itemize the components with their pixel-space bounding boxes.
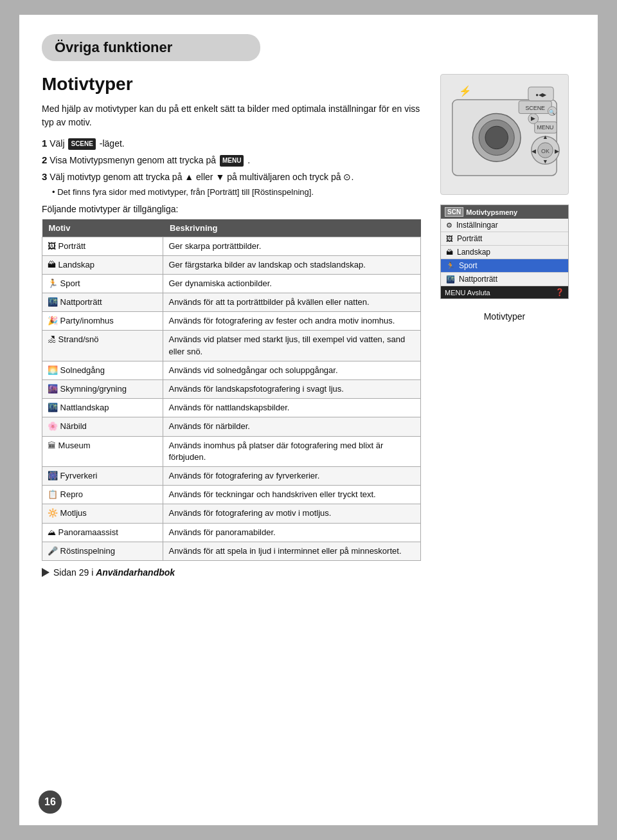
- table-besk-cell: Används för fotografering av fester och …: [163, 312, 421, 331]
- camera-diagram: SCENE ●◀▶ ⚡ MENU OK ▲ ▼ ◀: [440, 74, 569, 195]
- svg-text:●◀▶: ●◀▶: [535, 92, 547, 98]
- table-besk-cell: Ger färgstarka bilder av landskap och st…: [163, 255, 421, 274]
- table-motiv-cell: ⛰ Panoramaassist: [42, 523, 163, 542]
- table-row: 📋 ReproAnvänds för teckningar och handsk…: [42, 486, 421, 504]
- table-besk-cell: Används för fotografering av fyrverkerie…: [163, 466, 421, 485]
- col-besk-header: Beskrivning: [163, 219, 421, 237]
- table-row: 🌸 NärbildAnvänds för närbilder.: [42, 417, 421, 436]
- table-motiv-cell: 📋 Repro: [42, 486, 163, 504]
- table-row: 🌃 NattporträttAnvänds för att ta porträt…: [42, 293, 421, 312]
- menu-item-landscape[interactable]: 🏔 Landskap: [441, 246, 568, 259]
- help-icon: ❓: [555, 288, 564, 297]
- table-motiv-cell: 🌆 Skymning/gryning: [42, 380, 163, 399]
- table-motiv-cell: 🎆 Fyrverkeri: [42, 466, 163, 485]
- menu-item-label-natt: Nattporträtt: [459, 275, 497, 284]
- menu-caption: Motivtyper: [484, 311, 526, 322]
- svg-text:▲: ▲: [542, 134, 548, 140]
- scn-badge: SCN: [445, 207, 463, 217]
- menu-footer: MENU Avsluta ❓: [441, 286, 568, 298]
- table-besk-cell: Ger skarpa porträttbilder.: [163, 237, 421, 255]
- arrow-icon: [42, 568, 49, 577]
- table-besk-cell: Används inomhus på platser där fotografe…: [163, 436, 421, 466]
- table-besk-cell: Används för att ta porträttbilder på kvä…: [163, 293, 421, 312]
- table-row: 🌆 Skymning/gryningAnvänds för landskapsf…: [42, 380, 421, 399]
- table-row: 🌅 SolnedgångAnvänds vid solnedgångar och…: [42, 361, 421, 379]
- footer-ref: Sidan 29 i Användarhandbok: [42, 567, 421, 578]
- menu-item-nattportrait[interactable]: 🌃 Nattporträtt: [441, 273, 568, 286]
- motiv-table: Motiv Beskrivning 🖼 PorträttGer skarpa p…: [42, 219, 421, 561]
- page-header: Övriga funktioner: [42, 34, 260, 61]
- step-2: 2 Visa Motivtypsmenyn genom att trycka p…: [42, 152, 421, 168]
- section-title: Motivtyper: [42, 74, 421, 95]
- table-besk-cell: Används för att spela in ljud i intermin…: [163, 542, 421, 560]
- table-motiv-cell: 🎉 Party/inomhus: [42, 312, 163, 331]
- menu-item-label-sport: Sport: [459, 261, 478, 270]
- table-motiv-cell: 🖼 Porträtt: [42, 237, 163, 255]
- bullet-item: • Det finns fyra sidor med motivtyper, f…: [52, 186, 421, 199]
- table-row: 🏛 MuseumAnvänds inomhus på platser där f…: [42, 436, 421, 466]
- table-row: 🎆 FyrverkeriAnvänds för fotografering av…: [42, 466, 421, 485]
- nattportrait-icon: 🌃: [446, 275, 455, 284]
- menu-mockup: SCN Motivtypsmeny ⚙ Inställningar 🖼 Port…: [440, 205, 569, 299]
- table-row: ⛰ PanoramaassistAnvänds för panoramabild…: [42, 523, 421, 542]
- table-motiv-cell: 🌃 Nattlandskap: [42, 399, 163, 417]
- right-col: SCENE ●◀▶ ⚡ MENU OK ▲ ▼ ◀: [434, 74, 575, 578]
- table-besk-cell: Används för panoramabilder.: [163, 523, 421, 542]
- portrait-icon: 🖼: [446, 235, 453, 242]
- svg-point-3: [485, 126, 508, 149]
- table-besk-cell: Används för närbilder.: [163, 417, 421, 436]
- menu-icon-step: MENU: [220, 155, 244, 167]
- sport-icon: 🏃: [446, 262, 455, 270]
- table-besk-cell: Används för fotografering av motiv i mot…: [163, 504, 421, 523]
- svg-text:▶: ▶: [555, 148, 559, 154]
- content-area: Motivtyper Med hjälp av motivtyper kan d…: [42, 74, 575, 578]
- menu-footer-label: MENU Avsluta: [445, 289, 490, 297]
- table-motiv-cell: 🏛 Museum: [42, 436, 163, 466]
- step-list: 1 Välj SCENE -läget. 2 Visa Motivtypsmen…: [42, 136, 421, 199]
- svg-text:OK: OK: [541, 148, 550, 154]
- menu-item-label-settings: Inställningar: [456, 221, 498, 230]
- table-motiv-cell: 🏖 Strand/snö: [42, 331, 163, 361]
- intro-text: Med hjälp av motivtyper kan du på ett en…: [42, 102, 421, 129]
- table-row: 🏔 LandskapGer färgstarka bilder av lands…: [42, 255, 421, 274]
- page-number: 16: [39, 790, 62, 814]
- menu-item-settings[interactable]: ⚙ Inställningar: [441, 219, 568, 232]
- table-row: 🎤 RöstinspelningAnvänds för att spela in…: [42, 542, 421, 560]
- svg-text:⚡: ⚡: [459, 85, 472, 97]
- svg-text:◀: ◀: [532, 148, 536, 154]
- left-col: Motivtyper Med hjälp av motivtyper kan d…: [42, 74, 421, 578]
- step-3: 3 Välj motivtyp genom att trycka på ▲ el…: [42, 169, 421, 185]
- settings-icon: ⚙: [446, 221, 452, 230]
- menu-item-sport[interactable]: 🏃 Sport: [441, 259, 568, 273]
- table-row: 🏃 SportGer dynamiska actionbilder.: [42, 274, 421, 293]
- step-1: 1 Välj SCENE -läget.: [42, 136, 421, 151]
- page-title: Övriga funktioner: [55, 39, 247, 56]
- menu-item-label-portrait: Porträtt: [457, 234, 482, 243]
- table-motiv-cell: 🌸 Närbild: [42, 417, 163, 436]
- table-motiv-cell: 🔆 Motljus: [42, 504, 163, 523]
- table-besk-cell: Används för teckningar och handskriven e…: [163, 486, 421, 504]
- scene-icon: SCENE: [68, 138, 95, 150]
- table-besk-cell: Ger dynamiska actionbilder.: [163, 274, 421, 293]
- table-besk-cell: Används för landskapsfotografering i sva…: [163, 380, 421, 399]
- table-motiv-cell: 🌃 Nattporträtt: [42, 293, 163, 312]
- table-row: 🌃 NattlandskapAnvänds för nattlandskapsb…: [42, 399, 421, 417]
- table-motiv-cell: 🏔 Landskap: [42, 255, 163, 274]
- col-motiv-header: Motiv: [42, 219, 163, 237]
- svg-text:MENU: MENU: [537, 124, 553, 131]
- table-motiv-cell: 🌅 Solnedgång: [42, 361, 163, 379]
- svg-text:🔍: 🔍: [549, 109, 555, 115]
- menu-header-label: Motivtypsmeny: [466, 208, 517, 216]
- svg-text:SCENE: SCENE: [525, 105, 545, 111]
- table-besk-cell: Används vid platser med starkt ljus, til…: [163, 331, 421, 361]
- sub-heading: Följande motivtyper är tillgängliga:: [42, 204, 421, 214]
- table-row: 🖼 PorträttGer skarpa porträttbilder.: [42, 237, 421, 255]
- table-besk-cell: Används för nattlandskapsbilder.: [163, 399, 421, 417]
- footer-text: Sidan 29 i Användarhandbok: [53, 567, 175, 578]
- svg-text:▶: ▶: [531, 115, 535, 122]
- table-row: 🎉 Party/inomhusAnvänds för fotografering…: [42, 312, 421, 331]
- menu-item-label-landscape: Landskap: [457, 248, 490, 257]
- menu-item-portrait[interactable]: 🖼 Porträtt: [441, 232, 568, 246]
- table-motiv-cell: 🎤 Röstinspelning: [42, 542, 163, 560]
- page: Övriga funktioner Motivtyper Med hjälp a…: [19, 15, 598, 825]
